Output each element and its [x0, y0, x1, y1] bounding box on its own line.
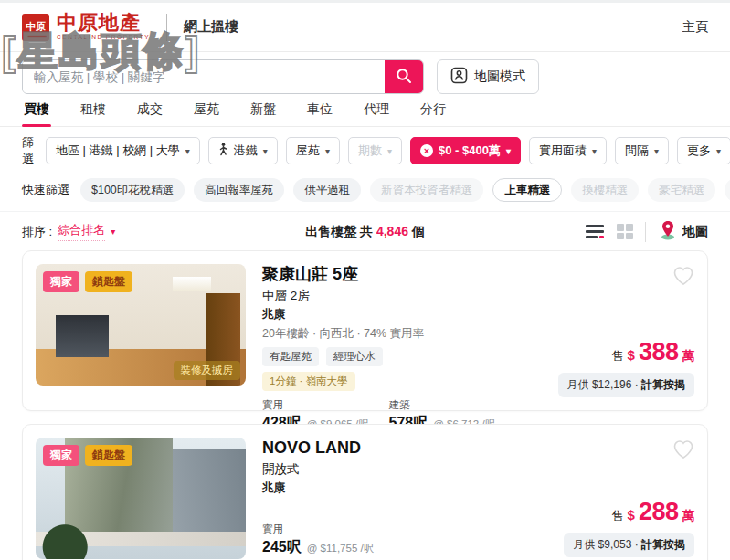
area-value-line: 245呎@ $11,755 /呎 — [262, 538, 416, 557]
home-link[interactable]: 主頁 — [682, 19, 708, 36]
map-view-button[interactable]: 地圖 — [659, 220, 708, 243]
filter-region-dropdown[interactable]: 地區 | 港鐵 | 校網 | 大學 ▾ — [46, 137, 200, 164]
listings: 獨家 鎖匙盤 裝修及搣房 聚康山莊 5座 中層 2房 兆康 20年樓齡 · 向西… — [0, 250, 730, 560]
price-unit: 萬 — [682, 348, 695, 365]
listing-photo[interactable]: 獨家 鎖匙盤 — [36, 438, 246, 559]
walk-icon — [218, 143, 228, 159]
listing-title[interactable]: NOVO LAND — [262, 438, 515, 459]
favorite-heart-icon[interactable] — [672, 266, 694, 290]
result-prefix: 出售樓盤 共 — [305, 224, 373, 238]
sort-control: 排序 : 綜合排名 ▾ — [22, 222, 223, 241]
listing-title[interactable]: 聚康山莊 5座 — [262, 264, 515, 285]
tab-rent[interactable]: 租樓 — [79, 100, 108, 126]
listing-district: 兆康 — [262, 307, 515, 322]
chevron-down-icon: ▾ — [325, 146, 330, 156]
chevron-down-icon: ▾ — [185, 146, 190, 156]
tab-agents[interactable]: 代理 — [362, 100, 391, 126]
filter-price-label: $0 - $400萬 — [439, 143, 501, 159]
badge-row: 獨家 鎖匙盤 — [43, 445, 132, 466]
chip-luxury: 豪宅精選 — [648, 178, 715, 202]
result-suffix: 個 — [412, 224, 425, 238]
usable-area: 實用 245呎@ $11,755 /呎 — [262, 523, 416, 557]
tab-transactions[interactable]: 成交 — [135, 100, 164, 126]
price-line: 售 $ 388 萬 — [612, 338, 694, 366]
chip-first-home[interactable]: 上車精選 — [492, 178, 562, 202]
search-button[interactable] — [385, 60, 423, 93]
chevron-down-icon: ▾ — [506, 146, 511, 156]
filter-area-dropdown[interactable]: 實用面積 ▾ — [529, 137, 607, 164]
tab-branches[interactable]: 分行 — [418, 100, 448, 126]
map-view-label: 地圖 — [682, 224, 708, 240]
listing-card[interactable]: 獨家 鎖匙盤 NOVO LAND 開放式 兆康 實用 245呎@ $11,755… — [22, 424, 708, 560]
mortgage-calc-link[interactable]: 計算按揭 — [641, 378, 685, 391]
sort-selected[interactable]: 綜合排名 — [58, 222, 105, 241]
logo-en: CENTALINE PROPERTY — [57, 35, 150, 41]
logo[interactable]: 中原 中原地產 CENTALINE PROPERTY 網上搵樓 — [22, 13, 238, 41]
key-available-badge: 鎖匙盤 — [85, 271, 132, 292]
area-rate: @ $11,755 /呎 — [307, 543, 374, 554]
tab-buy[interactable]: 買樓 — [22, 100, 51, 126]
listing-meta: 20年樓齡 · 向西北 · 74% 實用率 — [262, 326, 515, 342]
clear-price-icon[interactable]: × — [420, 144, 433, 157]
area-label: 建築 — [389, 398, 516, 412]
listing-photo[interactable]: 獨家 鎖匙盤 裝修及搣房 — [36, 264, 246, 386]
price-value: 288 — [639, 498, 679, 526]
view-tools: 地圖 — [507, 220, 708, 243]
filter-area-label: 實用面積 — [539, 143, 587, 159]
result-count: 出售樓盤 共 4,846 個 — [223, 224, 507, 240]
listing-card[interactable]: 獨家 鎖匙盤 裝修及搣房 聚康山莊 5座 中層 2房 兆康 20年樓齡 · 向西… — [22, 250, 708, 411]
tab-new-homes[interactable]: 新盤 — [249, 100, 278, 126]
listing-layout: 中層 2房 — [262, 288, 515, 304]
mortgage-calc-link[interactable]: 計算按揭 — [641, 538, 685, 551]
filter-label: 篩選 — [22, 134, 34, 167]
filter-estate-dropdown[interactable]: 屋苑 ▾ — [286, 137, 340, 164]
chevron-down-icon: ▾ — [716, 146, 721, 156]
listing-tag: 有匙屋苑 — [262, 347, 319, 366]
map-pin-icon — [659, 220, 677, 243]
filter-mtr-label: 港鐵 — [234, 143, 258, 159]
chevron-down-icon: ▾ — [654, 146, 659, 156]
chip-stamp-duty[interactable]: $100印花稅精選 — [80, 178, 185, 202]
area-value: 245呎 — [262, 539, 302, 555]
currency: $ — [628, 507, 635, 523]
listing-body: 聚康山莊 5座 中層 2房 兆康 20年樓齡 · 向西北 · 74% 實用率 有… — [262, 264, 515, 397]
search-box — [22, 59, 424, 94]
listing-tag: 經理心水 — [326, 347, 383, 366]
chip-cheaper-than-rent[interactable]: 供平過租 — [293, 178, 361, 202]
mortgage-pill[interactable]: 月供 $9,053 · 計算按揭 — [564, 533, 694, 557]
area-label: 實用 — [262, 523, 416, 536]
filter-mtr-dropdown[interactable]: 港鐵 ▾ — [208, 137, 278, 164]
main-nav-tabs: 買樓 租樓 成交 屋苑 新盤 車位 代理 分行 — [0, 100, 730, 127]
sell-label: 售 — [612, 348, 624, 365]
tab-carpark[interactable]: 車位 — [305, 100, 334, 126]
search-input[interactable] — [23, 60, 385, 93]
chevron-down-icon: ▾ — [263, 146, 268, 156]
divider — [645, 222, 646, 242]
chevron-down-icon[interactable]: ▾ — [111, 227, 115, 237]
filter-more-dropdown[interactable]: 更多 ▾ — [677, 137, 730, 164]
search-icon — [396, 68, 412, 87]
quick-filter-row: 快速篩選 $100印花稅精選 高回報率屋苑 供平過租 新資本投資者精選 上車精選… — [0, 174, 730, 212]
quick-filter-label: 快速篩選 — [22, 182, 69, 198]
chevron-down-icon: ▾ — [387, 146, 392, 156]
filter-layout-dropdown[interactable]: 間隔 ▾ — [615, 137, 669, 164]
logo-text: 中原地產 CENTALINE PROPERTY — [57, 13, 150, 41]
key-available-badge: 鎖匙盤 — [85, 445, 132, 466]
exclusive-badge: 獨家 — [43, 271, 79, 292]
map-mode-button[interactable]: 地圖模式 — [437, 59, 539, 94]
badge-row: 獨家 鎖匙盤 — [43, 271, 132, 292]
favorite-heart-icon[interactable] — [672, 439, 694, 463]
exclusive-badge: 獨家 — [43, 445, 79, 466]
tab-estates[interactable]: 屋苑 — [192, 100, 221, 126]
mortgage-text: 月供 $9,053 · — [573, 538, 638, 551]
list-view-icon[interactable] — [586, 225, 604, 239]
currency: $ — [628, 347, 635, 363]
logo-divider — [166, 14, 167, 41]
mortgage-pill[interactable]: 月供 $12,196 · 計算按揭 — [558, 373, 694, 397]
centaline-seal-icon: 中原 — [22, 14, 49, 41]
price-value: 388 — [639, 338, 679, 366]
chip-high-yield[interactable]: 高回報率屋苑 — [194, 178, 284, 202]
filter-price-dropdown[interactable]: × $0 - $400萬 ▾ — [410, 137, 521, 164]
grid-view-icon[interactable] — [617, 224, 632, 239]
area-row: 實用 245呎@ $11,755 /呎 — [262, 515, 515, 557]
